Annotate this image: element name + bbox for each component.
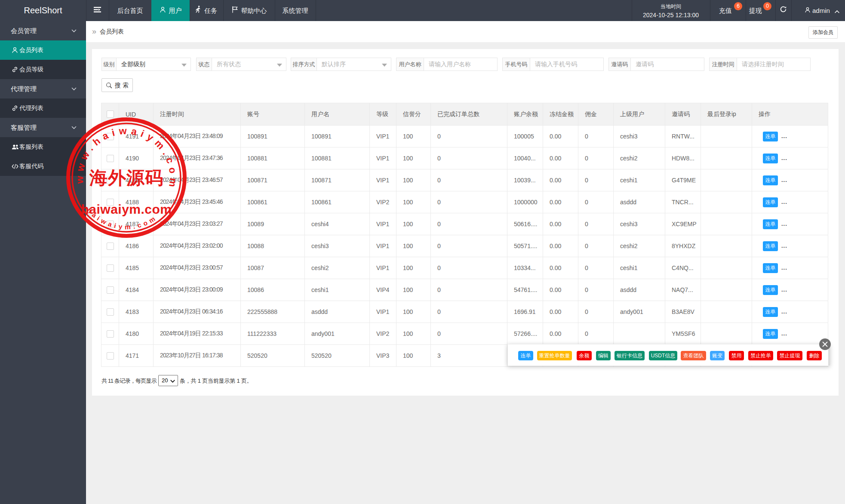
svg-text:海外源码: 海外源码 <box>89 168 163 188</box>
